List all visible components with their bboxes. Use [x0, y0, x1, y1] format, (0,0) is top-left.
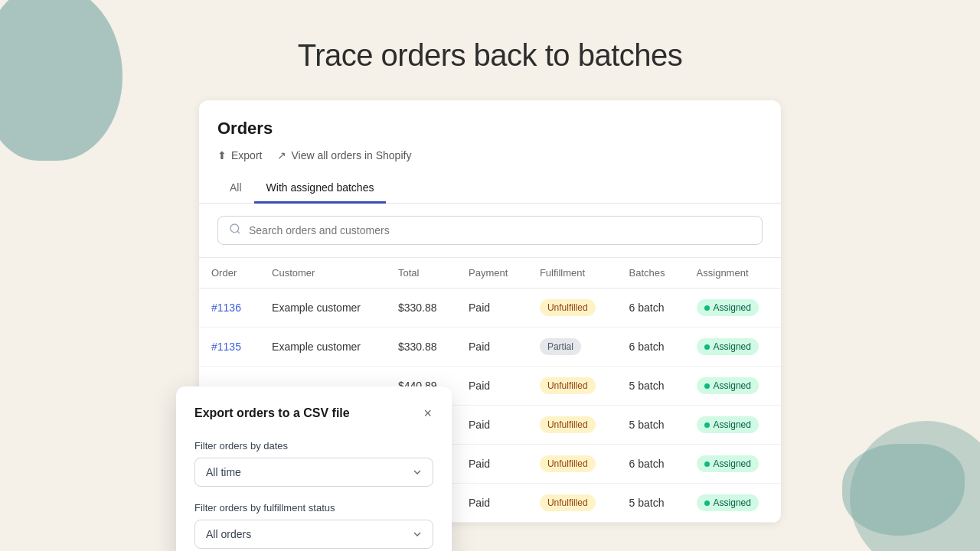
- col-order: Order: [199, 258, 260, 289]
- export-icon: ⬆: [217, 149, 227, 161]
- fulfillment-badge: Unfulfilled: [540, 455, 596, 472]
- fulfillment-badge: Unfulfilled: [540, 494, 596, 511]
- export-action[interactable]: ⬆ Export: [217, 149, 262, 161]
- fulfillment-filter-group: Filter orders by fulfillment status All …: [194, 502, 433, 551]
- cell-payment: Paid: [456, 289, 528, 328]
- cell-fulfillment: Unfulfilled: [528, 445, 617, 484]
- cell-assignment: Assigned: [684, 406, 781, 445]
- col-batches: Batches: [617, 258, 684, 289]
- cell-batches: 6 batch: [617, 328, 684, 367]
- cell-batches: 5 batch: [617, 484, 684, 523]
- cell-assignment: Assigned: [684, 445, 781, 484]
- assignment-dot: [704, 305, 710, 311]
- svg-line-1: [237, 231, 240, 233]
- table-row: #1136 Example customer $330.88 Paid Unfu…: [199, 289, 781, 328]
- tab-all[interactable]: All: [217, 174, 254, 204]
- export-modal: Export orders to a CSV file × Filter ord…: [176, 386, 452, 551]
- assignment-dot: [704, 344, 710, 350]
- col-total: Total: [386, 258, 456, 289]
- order-link[interactable]: #1136: [211, 302, 241, 314]
- fulfillment-badge: Unfulfilled: [540, 377, 596, 394]
- export-label: Export: [231, 149, 262, 161]
- orders-header: Orders ⬆ Export ↗ View all orders in Sho…: [199, 100, 781, 204]
- date-filter-label: Filter orders by dates: [194, 440, 433, 452]
- cell-batches: 5 batch: [617, 406, 684, 445]
- orders-panel-title: Orders: [217, 119, 763, 139]
- view-shopify-action[interactable]: ↗ View all orders in Shopify: [277, 149, 411, 161]
- modal-header: Export orders to a CSV file ×: [194, 405, 433, 422]
- search-input[interactable]: [249, 224, 751, 236]
- assignment-badge: Assigned: [697, 455, 759, 472]
- page-title: Trace orders back to batches: [298, 38, 683, 73]
- assignment-dot: [704, 422, 710, 428]
- cell-fulfillment: Partial: [528, 328, 617, 367]
- assignment-dot: [704, 383, 710, 389]
- assignment-badge: Assigned: [697, 338, 759, 355]
- search-icon: [229, 223, 241, 238]
- date-filter-select[interactable]: All time Last 7 days Last 30 days Last 9…: [194, 458, 433, 487]
- search-wrapper[interactable]: [217, 216, 763, 245]
- cell-assignment: Assigned: [684, 367, 781, 406]
- fulfillment-filter-select[interactable]: All orders Unfulfilled Fulfilled Partial: [194, 520, 433, 549]
- cell-fulfillment: Unfulfilled: [528, 289, 617, 328]
- search-bar: [199, 204, 781, 258]
- date-filter-group: Filter orders by dates All time Last 7 d…: [194, 440, 433, 502]
- col-fulfillment: Fulfillment: [528, 258, 617, 289]
- table-row: #1135 Example customer $330.88 Paid Part…: [199, 328, 781, 367]
- cell-payment: Paid: [456, 406, 528, 445]
- col-customer: Customer: [260, 258, 386, 289]
- external-link-icon: ↗: [277, 149, 286, 161]
- cell-assignment: Assigned: [684, 328, 781, 367]
- assignment-dot: [704, 461, 710, 467]
- cell-payment: Paid: [456, 445, 528, 484]
- cell-fulfillment: Unfulfilled: [528, 484, 617, 523]
- cell-customer: Example customer: [260, 328, 386, 367]
- assignment-dot: [704, 500, 710, 506]
- cell-order: #1135: [199, 328, 260, 367]
- order-link[interactable]: #1135: [211, 341, 241, 353]
- cell-fulfillment: Unfulfilled: [528, 406, 617, 445]
- assignment-badge: Assigned: [697, 299, 759, 316]
- fulfillment-badge: Unfulfilled: [540, 299, 596, 316]
- cell-payment: Paid: [456, 367, 528, 406]
- assignment-badge: Assigned: [697, 494, 759, 511]
- cell-assignment: Assigned: [684, 289, 781, 328]
- tab-with-assigned-batches[interactable]: With assigned batches: [254, 174, 387, 204]
- cell-fulfillment: Unfulfilled: [528, 367, 617, 406]
- fulfillment-badge: Partial: [540, 338, 581, 355]
- cell-batches: 5 batch: [617, 367, 684, 406]
- orders-actions: ⬆ Export ↗ View all orders in Shopify: [217, 149, 763, 161]
- cell-total: $330.88: [386, 328, 456, 367]
- assignment-badge: Assigned: [697, 416, 759, 433]
- fulfillment-filter-label: Filter orders by fulfillment status: [194, 502, 433, 514]
- modal-title: Export orders to a CSV file: [194, 406, 350, 420]
- cell-assignment: Assigned: [684, 484, 781, 523]
- cell-total: $330.88: [386, 289, 456, 328]
- cell-payment: Paid: [456, 328, 528, 367]
- view-shopify-label: View all orders in Shopify: [291, 149, 411, 161]
- assignment-badge: Assigned: [697, 377, 759, 394]
- main-content: Trace orders back to batches Orders ⬆ Ex…: [0, 0, 980, 551]
- svg-point-0: [230, 224, 239, 233]
- tabs: All With assigned batches: [217, 174, 763, 203]
- cell-batches: 6 batch: [617, 289, 684, 328]
- col-payment: Payment: [456, 258, 528, 289]
- cell-batches: 6 batch: [617, 445, 684, 484]
- modal-close-button[interactable]: ×: [422, 405, 433, 422]
- col-assignment: Assignment: [684, 258, 781, 289]
- cell-order: #1136: [199, 289, 260, 328]
- fulfillment-badge: Unfulfilled: [540, 416, 596, 433]
- cell-customer: Example customer: [260, 289, 386, 328]
- cell-payment: Paid: [456, 484, 528, 523]
